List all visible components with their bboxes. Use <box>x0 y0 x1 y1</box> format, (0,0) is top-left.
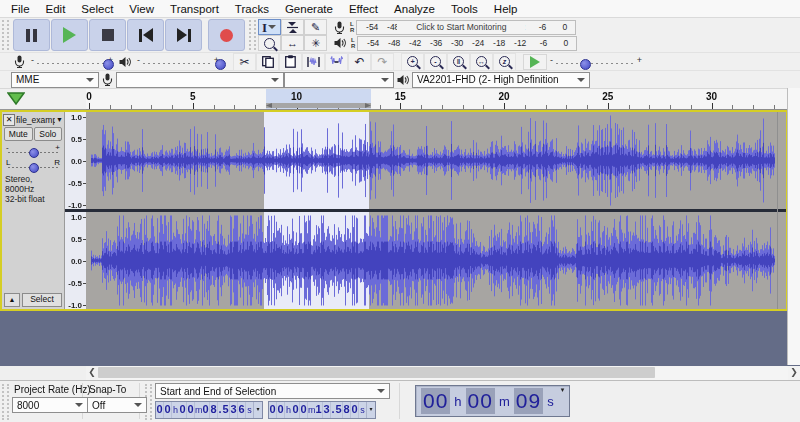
gain-slider[interactable]: - + <box>6 143 60 157</box>
recording-channels-select[interactable] <box>284 72 394 88</box>
time-digit[interactable]: s <box>246 402 253 418</box>
position-unit[interactable]: s <box>547 394 554 409</box>
vertical-scale-ruler[interactable] <box>65 112 86 309</box>
menu-item[interactable]: Tracks <box>227 2 277 16</box>
menu-item[interactable]: File <box>3 2 38 16</box>
snap-to-select[interactable]: Off <box>87 397 147 413</box>
skip-to-start-button[interactable] <box>127 19 164 51</box>
zoom-tool-button[interactable] <box>258 35 281 51</box>
time-digit[interactable]: 1 <box>315 402 323 418</box>
menu-item[interactable]: Transport <box>162 2 227 16</box>
menu-item[interactable]: Analyze <box>386 2 443 16</box>
scrollbar-thumb[interactable] <box>98 367 655 378</box>
time-digit[interactable]: 8 <box>210 402 218 418</box>
position-digits[interactable]: 00 <box>421 388 450 414</box>
undo-button[interactable]: ↶ <box>348 53 371 71</box>
timeline-ruler[interactable] <box>86 89 788 110</box>
time-digit[interactable]: 3 <box>230 402 238 418</box>
chevron-down-icon[interactable]: ▾ <box>561 386 565 394</box>
time-digit[interactable]: s <box>359 402 366 418</box>
time-digit[interactable]: 0 <box>202 402 210 418</box>
selection-end-field[interactable]: 00h00m13.580s▾ <box>268 401 376 419</box>
time-digit[interactable]: 3 <box>323 402 331 418</box>
playback-meter-bar[interactable]: -54-48-42-36-30-24-18-12-60 <box>357 36 577 51</box>
recording-volume-knob[interactable] <box>103 59 114 70</box>
time-digit[interactable]: 0 <box>300 402 308 418</box>
time-digit[interactable]: 5 <box>222 402 230 418</box>
redo-button[interactable]: ↷ <box>371 53 394 71</box>
time-digit[interactable]: 0 <box>156 402 164 418</box>
position-digits[interactable]: 00 <box>466 388 495 414</box>
paste-button[interactable] <box>279 53 302 71</box>
zoom-selection-button[interactable]: ‖ <box>447 53 470 71</box>
selection-tool-button[interactable]: I <box>258 19 281 35</box>
trim-audio-button[interactable] <box>302 53 325 71</box>
waveform-canvas[interactable] <box>86 112 786 309</box>
time-digit[interactable]: 0 <box>164 402 172 418</box>
monitor-hint[interactable]: Click to Start Monitoring <box>397 21 525 33</box>
selection-mode-select[interactable]: Start and End of Selection <box>155 383 390 399</box>
track-select-button[interactable]: Select <box>22 293 62 307</box>
recording-meter-bar[interactable]: -54-48-42-36-30-24-18-12-60Click to Star… <box>356 20 576 35</box>
pause-button[interactable] <box>13 19 50 51</box>
chevron-down-icon[interactable]: ▾ <box>366 402 375 418</box>
time-digit[interactable]: 0 <box>187 402 195 418</box>
mute-button[interactable]: Mute <box>4 127 33 141</box>
close-track-button[interactable]: ✕ <box>3 114 15 126</box>
copy-button[interactable] <box>256 53 279 71</box>
collapse-icon[interactable]: ▲ <box>4 293 20 307</box>
draw-tool-button[interactable]: ✎ <box>304 19 327 35</box>
menu-item[interactable]: Select <box>73 2 121 16</box>
timeshift-tool-button[interactable]: ↔ <box>281 35 304 51</box>
selection-start-field[interactable]: 00h00m08.536s▾ <box>155 401 263 419</box>
chevron-down-icon[interactable]: ▾ <box>253 402 262 418</box>
track-title[interactable]: file_example <box>16 115 55 125</box>
time-digit[interactable]: h <box>285 402 292 418</box>
time-digit[interactable]: 0 <box>292 402 300 418</box>
menu-item[interactable]: Help <box>486 2 526 16</box>
stop-button[interactable] <box>89 19 126 51</box>
play-speed-knob[interactable] <box>580 59 591 70</box>
gain-knob[interactable] <box>29 148 39 158</box>
time-digit[interactable]: 6 <box>238 402 246 418</box>
zoom-out-button[interactable]: - <box>424 53 447 71</box>
zoom-toggle-button[interactable]: z <box>493 53 516 71</box>
playback-volume-slider[interactable]: -+ <box>137 55 219 69</box>
playback-device-select[interactable]: VA2201-FHD (2- High Definition <box>412 72 590 88</box>
pan-knob[interactable] <box>29 163 39 173</box>
track-menu-icon[interactable]: ▼ <box>56 116 63 123</box>
vertical-scrollbar[interactable] <box>787 88 800 365</box>
audio-host-select[interactable]: MME <box>11 72 99 88</box>
time-digit[interactable]: 8 <box>343 402 351 418</box>
time-digit[interactable]: m <box>308 402 315 418</box>
multi-tool-button[interactable]: ✳ <box>304 35 327 51</box>
time-digit[interactable]: 0 <box>269 402 277 418</box>
toolbar-grip[interactable] <box>2 20 9 50</box>
skip-to-end-button[interactable] <box>165 19 202 51</box>
recording-device-select[interactable] <box>116 72 284 88</box>
audio-position-display[interactable]: 00h00m09s▾ <box>415 385 570 417</box>
time-digit[interactable]: 0 <box>277 402 285 418</box>
time-digit[interactable]: 0 <box>351 402 359 418</box>
menu-item[interactable]: Effect <box>341 2 386 16</box>
scroll-right-icon[interactable]: ❯ <box>788 366 800 380</box>
playback-volume-knob[interactable] <box>215 59 226 70</box>
menu-item[interactable]: View <box>121 2 162 16</box>
project-rate-select[interactable]: 8000 <box>12 397 88 413</box>
silence-audio-button[interactable] <box>325 53 348 71</box>
play-at-speed-button[interactable] <box>523 54 547 70</box>
recording-volume-slider[interactable]: -+ <box>31 55 113 69</box>
solo-button[interactable]: Solo <box>34 127 63 141</box>
scroll-left-icon[interactable]: ❮ <box>86 366 98 380</box>
cut-button[interactable]: ✂ <box>233 53 256 71</box>
zoom-in-button[interactable]: + <box>401 53 424 71</box>
envelope-tool-button[interactable] <box>281 19 304 35</box>
time-digit[interactable]: 0 <box>179 402 187 418</box>
time-digit[interactable]: m <box>195 402 202 418</box>
menu-item[interactable]: Generate <box>277 2 341 16</box>
menu-item[interactable]: Tools <box>443 2 486 16</box>
position-digits[interactable]: 09 <box>514 388 543 414</box>
horizontal-scrollbar[interactable] <box>98 366 788 380</box>
position-unit[interactable]: h <box>454 394 461 409</box>
timeline-pin-icon[interactable] <box>7 92 25 105</box>
